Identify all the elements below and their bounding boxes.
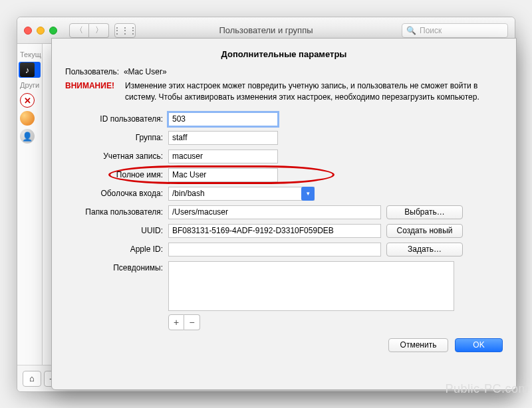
aliases-list[interactable] bbox=[168, 261, 454, 311]
ok-button[interactable]: OK bbox=[455, 338, 503, 352]
aliases-label: Псевдонимы: bbox=[65, 261, 168, 272]
warning-label: ВНИМАНИЕ! bbox=[65, 80, 125, 103]
uuid-label: UUID: bbox=[65, 226, 168, 235]
search-input[interactable]: 🔍 Поиск bbox=[402, 23, 508, 38]
uuid-input[interactable] bbox=[168, 224, 381, 238]
zoom-icon[interactable] bbox=[49, 27, 57, 35]
search-placeholder: Поиск bbox=[420, 26, 442, 35]
home-icon: ⌂ bbox=[29, 373, 35, 383]
window-title: Пользователи и группы bbox=[219, 25, 313, 35]
grid-icon: ⋮⋮⋮ bbox=[113, 26, 137, 35]
user-label: Пользователь: bbox=[65, 67, 119, 76]
user-avatar-icon: ♪ bbox=[20, 62, 35, 77]
remove-alias-button[interactable]: − bbox=[184, 314, 200, 330]
warning-text: Изменение этих настроек может повредить … bbox=[125, 80, 503, 103]
forward-button[interactable]: 〉 bbox=[89, 23, 109, 38]
group-input[interactable] bbox=[168, 131, 278, 145]
warning-row: ВНИМАНИЕ! Изменение этих настроек может … bbox=[65, 80, 503, 103]
choose-homedir-button[interactable]: Выбрать… bbox=[386, 205, 463, 219]
sidebar-item-guest[interactable]: 👤 bbox=[19, 128, 41, 144]
sheet-title: Дополнительные параметры bbox=[65, 49, 503, 59]
group-label: Группа: bbox=[65, 133, 168, 142]
minus-icon: − bbox=[189, 317, 194, 328]
traffic-lights bbox=[24, 27, 57, 35]
shell-label: Оболочка входа: bbox=[65, 189, 168, 198]
user-id-label: ID пользователя: bbox=[65, 114, 168, 124]
user-name: «Mac User» bbox=[124, 67, 167, 76]
shell-dropdown-icon[interactable]: ▾ bbox=[301, 187, 315, 201]
user-id-input[interactable] bbox=[168, 112, 278, 126]
chevron-right-icon: 〉 bbox=[95, 25, 103, 36]
appleid-input[interactable] bbox=[168, 243, 381, 256]
plus-icon: + bbox=[174, 317, 179, 328]
advanced-options-sheet: Дополнительные параметры Пользователь: «… bbox=[51, 38, 517, 390]
guest-icon: 👤 bbox=[20, 129, 35, 144]
shell-select[interactable] bbox=[168, 187, 315, 201]
close-icon[interactable] bbox=[24, 27, 32, 35]
homedir-input[interactable] bbox=[168, 205, 381, 219]
sidebar-label-other: Други bbox=[17, 80, 42, 90]
account-label: Учетная запись: bbox=[65, 152, 168, 161]
sidebar-item-current-user[interactable]: ♪ bbox=[19, 62, 41, 78]
add-alias-button[interactable]: + bbox=[168, 314, 184, 330]
fullname-input[interactable] bbox=[168, 168, 278, 182]
disabled-user-icon: ✕ bbox=[20, 93, 35, 108]
homedir-label: Папка пользователя: bbox=[65, 207, 168, 217]
sidebar-item-user[interactable] bbox=[19, 110, 41, 126]
account-input[interactable] bbox=[168, 150, 278, 163]
users-sidebar: Текущ ♪ Други ✕ 👤 bbox=[17, 44, 43, 365]
home-button[interactable]: ⌂ bbox=[23, 371, 41, 387]
appleid-label: Apple ID: bbox=[65, 245, 168, 254]
sidebar-label-current: Текущ bbox=[17, 49, 42, 60]
sidebar-item-user[interactable]: ✕ bbox=[19, 92, 41, 108]
search-icon: 🔍 bbox=[406, 26, 416, 35]
minimize-icon[interactable] bbox=[37, 27, 45, 35]
cancel-button[interactable]: Отменить bbox=[388, 338, 448, 352]
nav-segment: 〈 〉 bbox=[69, 23, 109, 38]
show-all-button[interactable]: ⋮⋮⋮ bbox=[114, 23, 136, 38]
set-appleid-button[interactable]: Задать… bbox=[386, 243, 463, 256]
chevron-left-icon: 〈 bbox=[75, 25, 83, 36]
new-uuid-button[interactable]: Создать новый bbox=[386, 224, 463, 238]
back-button[interactable]: 〈 bbox=[69, 23, 89, 38]
user-avatar-icon bbox=[20, 111, 35, 126]
user-line: Пользователь: «Mac User» bbox=[65, 67, 503, 76]
chevron-updown-icon: ▾ bbox=[307, 190, 310, 197]
fullname-label: Полное имя: bbox=[65, 170, 168, 179]
